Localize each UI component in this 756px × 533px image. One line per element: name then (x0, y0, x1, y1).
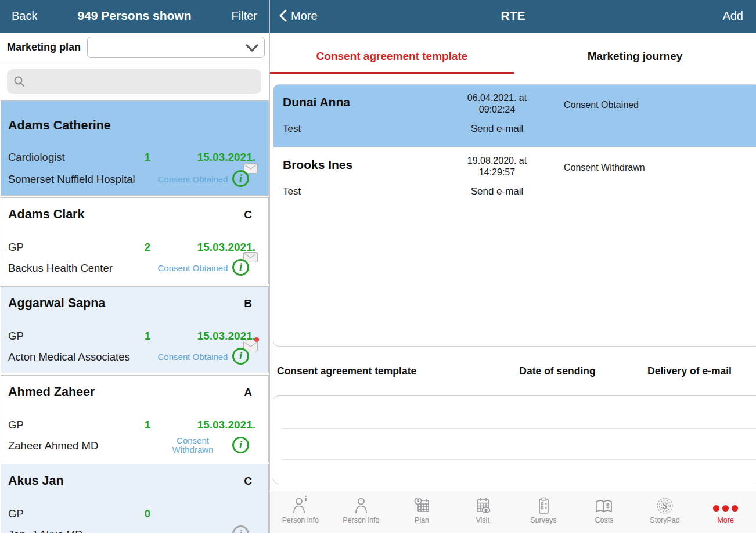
consent-action: Send e-mail (448, 123, 546, 135)
plan-calendar-clock-icon (391, 491, 452, 517)
tab-storypad[interactable]: S StoryPad (635, 491, 696, 533)
person-list-panel: Back 949 Persons shown Filter Marketing … (0, 0, 270, 533)
tab-label: Person info (270, 516, 331, 524)
persons-shown-title: 949 Persons shown (0, 9, 269, 23)
person-specialty: GP (8, 330, 24, 343)
person-organization: Somerset Nuffield Hospital (8, 173, 135, 186)
person-row[interactable]: Adams Catherine Cardiologist 1 15.03.202… (1, 100, 269, 196)
column-header-delivery: Delivery of e-mail (642, 365, 737, 377)
tab-person-info-2[interactable]: Person info (331, 491, 392, 533)
tab-label: Surveys (513, 516, 574, 524)
tab-label: StoryPad (635, 516, 696, 524)
search-row (0, 63, 269, 100)
rte-title: RTE (270, 9, 756, 23)
tab-more[interactable]: More (695, 491, 756, 533)
tab-label: Costs (574, 516, 635, 524)
filter-button[interactable]: Filter (232, 9, 257, 23)
history-table-headers: Consent agreement template Date of sendi… (270, 365, 756, 380)
table-row-divider (282, 459, 756, 460)
person-row[interactable]: Ahmed Zaheer A GP 1 15.03.2021. Zaheer A… (1, 375, 269, 462)
person-count: 1 (138, 151, 157, 164)
person-count: 1 (138, 419, 157, 431)
add-button[interactable]: Add (722, 9, 743, 23)
person-row[interactable]: Akus Jan C GP 0 Jan. J Akus MD i (1, 464, 269, 533)
person-icon (331, 491, 392, 517)
consent-date: 19.08.2020. at 14:29:57 (448, 155, 546, 178)
consent-status-label: Consent Obtained (153, 175, 232, 184)
tab-label: Plan (391, 516, 452, 524)
costs-book-icon: $ (574, 491, 635, 517)
person-count: 0 (138, 507, 157, 520)
rte-detail-panel: More RTE Add Consent agreement template … (270, 0, 756, 533)
more-dots-icon (695, 491, 756, 517)
tab-consent-agreement-template[interactable]: Consent agreement template (270, 50, 514, 63)
person-category-badge: C (244, 475, 252, 488)
chevron-down-icon (246, 44, 258, 52)
consent-status-label: Consent Obtained (153, 352, 232, 362)
consent-row[interactable]: Brooks Ines 19.08.2020. at 14:29:57 Cons… (273, 147, 756, 209)
person-count: 2 (138, 241, 157, 254)
tab-visit[interactable]: Visit (452, 491, 513, 533)
info-icon[interactable]: i (232, 170, 249, 187)
person-specialty: Cardiologist (8, 151, 65, 164)
person-date: 15.03.2021. (197, 151, 255, 164)
consent-template-name: Test (283, 123, 301, 135)
consent-status: Consent Withdrawn (564, 163, 645, 173)
person-name: Akus Jan (8, 474, 64, 488)
info-icon[interactable]: i (232, 348, 249, 365)
info-icon[interactable]: i (232, 437, 249, 453)
tab-label: Person info (331, 516, 392, 524)
person-organization: Backus Health Center (8, 262, 113, 275)
person-info-icon: i (270, 491, 331, 517)
person-specialty: GP (8, 419, 24, 431)
info-icon[interactable]: i (232, 259, 249, 276)
consent-person-name: Dunai Anna (283, 95, 350, 109)
storypad-fingerprint-icon: S (635, 491, 696, 517)
tab-costs[interactable]: $ Costs (574, 491, 635, 533)
right-navbar: More RTE Add (270, 0, 756, 33)
person-count: 1 (138, 330, 157, 343)
person-name: Ahmed Zaheer (8, 385, 95, 399)
tab-plan[interactable]: Plan (391, 491, 452, 533)
bottom-tab-bar: i Person info Person info (270, 491, 756, 533)
person-row[interactable]: Aggarwal Sapna B GP 1 15.03.2021. Acton … (1, 286, 269, 373)
person-name: Adams Catherine (8, 118, 111, 133)
person-category-badge: A (244, 386, 252, 399)
consent-template-name: Test (283, 186, 301, 197)
info-icon[interactable]: i (232, 525, 249, 533)
consent-status-label: Consent Withdrawn (164, 436, 222, 455)
tab-person-info-1[interactable]: i Person info (270, 491, 331, 533)
person-category-badge: C (244, 208, 252, 221)
consent-status: Consent Obtained (564, 100, 639, 110)
search-input[interactable] (31, 69, 255, 94)
left-navbar: Back 949 Persons shown Filter (0, 0, 269, 33)
marketing-plan-select[interactable] (87, 37, 265, 58)
marketing-plan-label: Marketing plan (7, 41, 81, 53)
person-name: Adams Clark (8, 207, 84, 222)
consent-action: Send e-mail (448, 186, 546, 197)
search-field[interactable] (7, 69, 261, 94)
active-tab-underline (270, 72, 514, 74)
person-row[interactable]: Adams Clark C GP 2 15.03.2021. Backus He… (1, 197, 269, 284)
search-icon (13, 75, 26, 88)
consent-list-panel: Dunai Anna 06.04.2021. at 09:02:24 Conse… (273, 84, 756, 347)
consent-person-name: Brooks Ines (283, 158, 352, 172)
person-specialty: GP (8, 241, 24, 254)
svg-text:S: S (663, 502, 667, 510)
tab-marketing-journey[interactable]: Marketing journey (514, 50, 756, 63)
person-organization: Zaheer Ahmed MD (8, 440, 98, 452)
column-header-template: Consent agreement template (277, 365, 416, 377)
person-category-badge: B (244, 297, 252, 310)
visit-calendar-eye-icon (452, 491, 513, 517)
person-organization: Acton Medical Associates (8, 351, 130, 363)
svg-text:$: $ (606, 503, 610, 509)
consent-status-label: Consent Obtained (153, 264, 232, 273)
consent-row[interactable]: Dunai Anna 06.04.2021. at 09:02:24 Conse… (273, 85, 756, 147)
svg-text:i: i (305, 495, 307, 503)
table-row-divider (282, 428, 756, 429)
tab-label: More (695, 516, 756, 524)
tab-label: Visit (452, 516, 513, 524)
person-organization: Jan. J Akus MD (8, 528, 83, 533)
tab-surveys[interactable]: Surveys (513, 491, 574, 533)
notification-dot (254, 337, 259, 342)
